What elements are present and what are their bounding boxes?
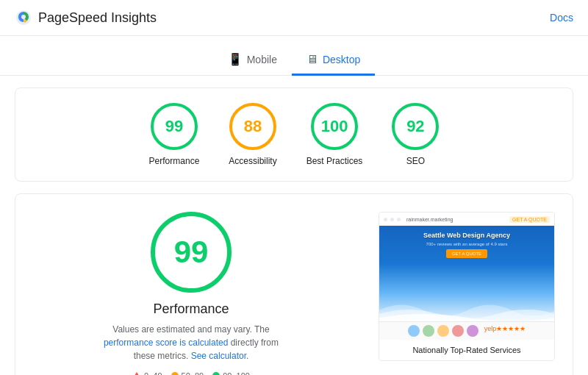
seo-circle: 92 <box>392 103 439 150</box>
header-left: PageSpeed Insights <box>15 9 157 26</box>
preview-badge: GET A QUOTE <box>509 216 550 223</box>
best-practices-circle: 100 <box>311 103 358 150</box>
preview-site-title: Seattle Web Design Agency <box>379 226 554 242</box>
pagespeed-logo-icon <box>15 9 32 26</box>
header: PageSpeed Insights Docs <box>0 0 588 36</box>
score-card-seo[interactable]: 92 SEO <box>392 103 439 166</box>
url-bar: rainmaker.marketing <box>406 217 453 222</box>
warn-dot-icon <box>171 372 179 375</box>
performance-circle: 99 <box>151 103 198 150</box>
performance-description: Values are estimated and may vary. The p… <box>96 323 287 362</box>
legend-pass: 90–100 <box>212 371 250 375</box>
mobile-icon: 📱 <box>228 52 243 66</box>
header-title: PageSpeed Insights <box>38 10 157 26</box>
preview-box: rainmaker.marketing GET A QUOTE Seattle … <box>379 212 555 361</box>
legend-fail: 0–49 <box>132 371 162 375</box>
preview-waves-svg <box>379 292 554 321</box>
performance-title: Performance <box>153 301 229 317</box>
performance-label: Performance <box>149 156 200 166</box>
tab-mobile-label: Mobile <box>247 54 277 65</box>
performance-section: 99 Performance Values are estimated and … <box>33 212 349 375</box>
preview-cta-button: GET A QUOTE <box>446 249 487 258</box>
desktop-icon: 🖥 <box>306 53 318 66</box>
preview-site-subtitle: 700+ reviews with an average of 4.9 star… <box>379 242 554 246</box>
score-cards: 99 Performance 88 Accessibility 100 Best… <box>30 103 558 166</box>
yelp-badge: yelp★★★★★ <box>484 325 526 337</box>
preview-browser-bar: rainmaker.marketing GET A QUOTE <box>379 213 554 226</box>
score-card-best-practices[interactable]: 100 Best Practices <box>306 103 363 166</box>
seo-label: SEO <box>406 156 425 166</box>
score-card-performance[interactable]: 99 Performance <box>149 103 200 166</box>
nav-dot-1 <box>384 218 387 221</box>
see-calc-link[interactable]: See calculator. <box>191 351 249 361</box>
preview-panel: rainmaker.marketing GET A QUOTE Seattle … <box>379 212 555 361</box>
preview-logos-bar: yelp★★★★★ <box>379 321 554 340</box>
tab-desktop[interactable]: 🖥 Desktop <box>292 45 375 76</box>
best-practices-label: Best Practices <box>306 156 363 166</box>
accessibility-label: Accessibility <box>229 156 276 166</box>
nav-dot-3 <box>397 218 401 221</box>
legend-warn: 50–89 <box>171 371 204 375</box>
logo-badge-4 <box>452 325 464 337</box>
docs-link[interactable]: Docs <box>550 12 573 24</box>
preview-caption: Nationally Top-Rated Services <box>379 340 554 360</box>
logo-badge-3 <box>437 325 449 337</box>
score-cards-section: 99 Performance 88 Accessibility 100 Best… <box>15 88 573 182</box>
tabs-bar: 📱 Mobile 🖥 Desktop <box>0 36 588 76</box>
main-content: 99 Performance Values are estimated and … <box>15 193 573 375</box>
logo-badge-5 <box>467 325 478 337</box>
calc-link[interactable]: performance score is calculated <box>104 338 228 348</box>
tab-mobile[interactable]: 📱 Mobile <box>213 45 292 76</box>
pass-dot-icon <box>212 372 220 375</box>
logo-badge-1 <box>408 325 420 337</box>
big-score-circle: 99 <box>151 212 232 293</box>
fail-icon <box>132 372 141 375</box>
logo-badge-2 <box>423 325 434 337</box>
accessibility-circle: 88 <box>229 103 276 150</box>
nav-dot-2 <box>390 218 394 221</box>
tab-desktop-label: Desktop <box>323 54 360 65</box>
preview-screenshot: Seattle Web Design Agency 700+ reviews w… <box>379 226 554 321</box>
legend: 0–49 50–89 90–100 <box>132 371 250 375</box>
score-card-accessibility[interactable]: 88 Accessibility <box>229 103 276 166</box>
